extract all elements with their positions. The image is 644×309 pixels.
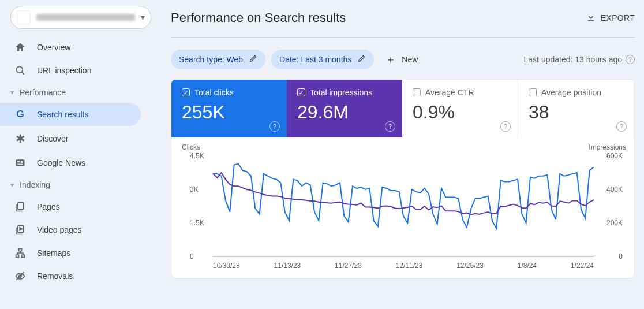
property-selector[interactable]: ▾ (10, 6, 151, 29)
ytick-right: 200K (606, 219, 623, 227)
nav-label: Overview (37, 43, 70, 52)
nav-removals[interactable]: Removals (0, 265, 141, 288)
nav-search-results[interactable]: G Search results (0, 103, 141, 126)
checkbox-checked-icon: ✓ (182, 88, 190, 96)
section-performance[interactable]: ▾ Performance (0, 82, 162, 103)
nav-pages[interactable]: Pages (0, 195, 141, 218)
home-icon (14, 42, 27, 53)
download-icon (586, 12, 596, 24)
help-icon[interactable]: ? (269, 121, 280, 132)
nav-label: Video pages (37, 225, 82, 234)
metric-value: 29.6M (297, 102, 392, 123)
ytick-left: 0 (190, 252, 194, 260)
last-updated: Last updated: 13 hours ago ? (524, 55, 635, 64)
svg-rect-2 (16, 159, 25, 166)
nav-label: Google News (37, 158, 85, 167)
nav-discover[interactable]: ✱ Discover (0, 126, 141, 151)
nav-sitemaps[interactable]: Sitemaps (0, 241, 141, 265)
svg-rect-11 (22, 255, 25, 257)
svg-rect-10 (16, 255, 19, 257)
xtick: 1/8/24 (518, 262, 537, 270)
sidebar: ▾ Overview URL inspection ▾ Performance … (0, 0, 162, 309)
page-title: Performance on Search results (171, 10, 346, 25)
new-label: New (402, 55, 418, 64)
pencil-icon (357, 54, 366, 65)
metric-row: ✓Total clicks 255K ? ✓Total impressions … (171, 80, 634, 137)
last-updated-text: Last updated: 13 hours ago (524, 55, 622, 64)
export-button[interactable]: EXPORT (586, 12, 635, 24)
metric-average-ctr[interactable]: ✓Average CTR 0.9% ? (402, 80, 518, 137)
ytick-left: 4.5K (190, 152, 204, 160)
add-filter-button[interactable]: ＋ New (380, 48, 424, 71)
performance-card: ✓Total clicks 255K ? ✓Total impressions … (171, 79, 635, 278)
metric-label: Total clicks (194, 88, 234, 97)
svg-rect-3 (17, 161, 20, 163)
nav-label: URL inspection (37, 66, 91, 75)
section-indexing[interactable]: ▾ Indexing (0, 174, 162, 195)
nav-label: Discover (37, 134, 68, 143)
metric-total-clicks[interactable]: ✓Total clicks 255K ? (171, 80, 287, 137)
metric-value: 255K (182, 102, 276, 123)
chip-label: Date: Last 3 months (279, 55, 351, 64)
nav-label: Search results (37, 110, 88, 119)
property-name-blurred (36, 14, 135, 21)
svg-rect-9 (19, 249, 22, 251)
nav-label: Pages (37, 202, 60, 211)
sitemap-icon (14, 247, 27, 259)
property-icon (17, 10, 31, 24)
metric-value: 0.9% (413, 102, 507, 123)
pages-icon (14, 201, 27, 213)
filter-row: Search type: Web Date: Last 3 months ＋ N… (171, 38, 635, 79)
ytick-right: 0 (619, 252, 623, 260)
svg-rect-6 (17, 164, 23, 165)
checkbox-unchecked-icon: ✓ (413, 88, 421, 96)
help-icon[interactable]: ? (616, 121, 627, 132)
chevron-down-icon: ▾ (10, 181, 14, 189)
plus-icon: ＋ (385, 53, 396, 66)
nav-url-inspection[interactable]: URL inspection (0, 59, 141, 82)
nav-label: Removals (37, 271, 73, 281)
xtick: 10/30/23 (213, 262, 240, 270)
svg-rect-7 (18, 203, 24, 210)
metric-label: Average position (541, 88, 601, 97)
ytick-right: 600K (606, 152, 623, 160)
chart-plot[interactable]: 4.5K 3K 1.5K 0 600K 400K 200K 0 (213, 156, 594, 257)
nav-video-pages[interactable]: Video pages (0, 218, 141, 241)
filter-date[interactable]: Date: Last 3 months (271, 50, 374, 69)
y-axis-right-label: Impressions (589, 143, 626, 151)
nav-overview[interactable]: Overview (0, 36, 141, 59)
filter-search-type[interactable]: Search type: Web (171, 50, 265, 69)
asterisk-icon: ✱ (14, 132, 27, 146)
news-icon (14, 157, 27, 169)
video-pages-icon (14, 224, 27, 236)
xtick: 11/13/23 (274, 262, 301, 270)
help-icon[interactable]: ? (500, 121, 511, 132)
svg-rect-5 (21, 162, 23, 163)
help-icon[interactable]: ? (626, 55, 635, 64)
section-label: Indexing (20, 180, 50, 189)
xtick: 12/25/23 (456, 262, 484, 270)
main-content: Performance on Search results EXPORT Sea… (162, 0, 644, 309)
chip-label: Search type: Web (179, 55, 243, 64)
metric-label: Total impressions (310, 88, 372, 97)
metric-total-impressions[interactable]: ✓Total impressions 29.6M ? (287, 80, 402, 137)
chevron-down-icon: ▾ (10, 88, 14, 96)
chevron-down-icon: ▾ (141, 13, 145, 22)
help-icon[interactable]: ? (385, 121, 395, 132)
search-icon (14, 65, 27, 76)
xtick: 11/27/23 (335, 262, 362, 270)
chart-area: Clicks Impressions 4.5K 3K 1.5K 0 600K 4… (171, 137, 634, 278)
ytick-right: 400K (606, 185, 623, 193)
ytick-left: 1.5K (190, 219, 204, 227)
metric-label: Average CTR (425, 88, 474, 97)
metric-average-position[interactable]: ✓Average position 38 ? (518, 80, 634, 137)
y-axis-left-label: Clicks (182, 143, 200, 151)
svg-point-0 (16, 66, 23, 73)
hide-icon (14, 270, 27, 282)
xtick: 1/22/24 (571, 262, 594, 270)
export-label: EXPORT (601, 13, 635, 23)
checkbox-checked-icon: ✓ (297, 88, 305, 96)
svg-line-1 (22, 72, 24, 75)
x-axis-ticks: 10/30/23 11/13/23 11/27/23 12/11/23 12/2… (213, 262, 594, 270)
nav-google-news[interactable]: Google News (0, 151, 141, 174)
